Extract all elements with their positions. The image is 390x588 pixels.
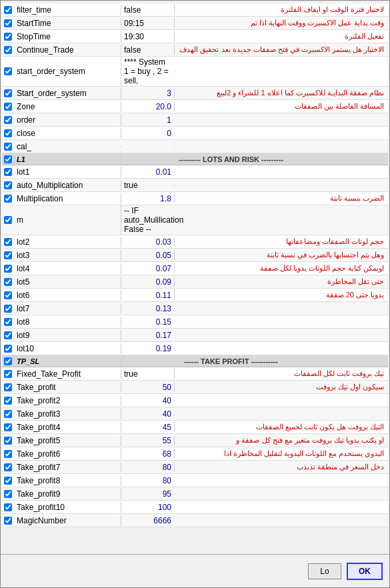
row-description: سيكون اول تيك بروفت	[174, 382, 388, 392]
row-name-label: Take_profit7	[14, 462, 121, 473]
row-value-field[interactable]: 40	[121, 409, 174, 419]
table-row: Take_profit240	[2, 394, 388, 407]
row-value-field[interactable]: 95	[121, 489, 174, 499]
row-checkbox[interactable]	[4, 251, 12, 259]
row-checkbox[interactable]	[4, 463, 12, 471]
row-description	[174, 321, 388, 323]
row-checkbox[interactable]	[4, 423, 12, 431]
row-checkbox[interactable]	[4, 129, 12, 137]
row-description: التيك بروفت هل يكون ثابت لجميع الصفقات	[174, 422, 388, 432]
row-checkbox[interactable]	[4, 6, 12, 14]
row-name-label: lot2	[14, 237, 121, 247]
row-checkbox[interactable]	[4, 490, 12, 498]
row-value-field[interactable]: 0.01	[121, 167, 174, 177]
row-checkbox[interactable]	[4, 517, 12, 525]
row-value-field[interactable]: -- IF auto_Mulilication False --	[121, 205, 174, 235]
row-checkbox[interactable]	[4, 33, 12, 41]
row-description	[174, 480, 388, 481]
row-checkbox[interactable]	[4, 265, 12, 273]
row-checkbox[interactable]	[4, 291, 12, 299]
row-checkbox[interactable]	[4, 437, 12, 445]
row-description	[174, 493, 388, 495]
row-checkbox[interactable]	[4, 410, 12, 418]
row-value-field[interactable]: true	[121, 369, 174, 379]
tp-section-checkbox[interactable]	[4, 357, 12, 365]
row-value-field[interactable]: 09:15	[121, 18, 174, 29]
row-checkbox[interactable]	[4, 103, 12, 111]
dialog-footer: Lo OK	[1, 554, 389, 587]
ok-button[interactable]: OK	[347, 563, 383, 580]
row-name-label: Take_profit10	[14, 502, 121, 513]
row-value-field[interactable]: 20.0	[121, 101, 174, 112]
row-checkbox[interactable]	[4, 143, 12, 151]
row-name-label: Take_profit8	[14, 475, 121, 486]
row-checkbox[interactable]	[4, 450, 12, 458]
row-value-field[interactable]: 0.17	[121, 330, 174, 341]
row-value-field[interactable]: 0.09	[121, 277, 174, 287]
row-value-field[interactable]: 0.11	[121, 290, 174, 301]
row-checkbox[interactable]	[4, 89, 12, 97]
row-name-label: lot8	[14, 317, 121, 327]
table-row: Fixed_Take_Profittrueتيك بروفت ثابت لكل …	[2, 367, 388, 381]
row-checkbox[interactable]	[4, 19, 12, 27]
row-description: الضرب بنسبة ثابتة	[174, 193, 388, 203]
row-value-field[interactable]: 40	[121, 395, 174, 406]
row-description: اليدوي يستخدم مع اللوتات اليدوية لتقليل …	[174, 449, 388, 459]
row-value-field[interactable]: 0.03	[121, 237, 174, 247]
row-checkbox[interactable]	[4, 116, 12, 124]
table-row: Continue_Tradefalseالاختيار هل يستمر الا…	[2, 43, 388, 57]
row-value-field[interactable]: 0	[121, 128, 174, 139]
row-value-field[interactable]	[121, 146, 174, 147]
row-checkbox[interactable]	[4, 168, 12, 176]
row-value-field[interactable]: 80	[121, 462, 174, 473]
row-value-field[interactable]: 1	[121, 115, 174, 125]
row-value-field[interactable]: 45	[121, 422, 174, 433]
row-checkbox[interactable]	[4, 331, 12, 339]
row-checkbox[interactable]	[4, 238, 12, 246]
row-value-field[interactable]: 100	[121, 502, 174, 513]
row-value-field[interactable]: 80	[121, 475, 174, 486]
row-value-field[interactable]: **** System 1 = buy , 2 = sell,	[121, 57, 174, 86]
row-value-field[interactable]: false	[121, 5, 174, 15]
row-value-field[interactable]: 55	[121, 435, 174, 446]
row-checkbox[interactable]	[4, 278, 12, 286]
row-description: لاختيار فترة الوقت او ايقاف الفلترة	[174, 5, 388, 15]
row-checkbox[interactable]	[4, 345, 12, 353]
row-checkbox[interactable]	[4, 383, 12, 391]
row-name-label: lot7	[14, 303, 121, 314]
table-row: StopTime19:30تفعيل الفلترة	[2, 30, 388, 43]
main-dialog: filter_timefalseلاختيار فترة الوقت او اي…	[0, 0, 390, 588]
table-row: lot100.19	[2, 342, 388, 355]
row-name-label: Multiplication	[14, 193, 121, 204]
row-checkbox[interactable]	[4, 181, 12, 189]
row-checkbox[interactable]	[4, 503, 12, 511]
row-value-field[interactable]: 0.07	[121, 263, 174, 274]
row-value-field[interactable]: true	[121, 180, 174, 191]
row-value-field[interactable]: false	[121, 45, 174, 55]
row-checkbox[interactable]	[4, 305, 12, 313]
table-row: Take_profit10100	[2, 501, 388, 514]
row-checkbox[interactable]	[4, 67, 12, 75]
row-name-label: lot5	[14, 277, 121, 287]
load-button[interactable]: Lo	[308, 563, 341, 579]
row-checkbox[interactable]	[4, 195, 12, 203]
row-value-field[interactable]: 0.05	[121, 250, 174, 261]
row-checkbox[interactable]	[4, 477, 12, 485]
row-checkbox[interactable]	[4, 370, 12, 378]
lots-section-checkbox[interactable]	[4, 155, 12, 163]
table-row: lot20.03حجم لوتات الصفقات ومضاعفاتها	[2, 235, 388, 249]
row-value-field[interactable]: 68	[121, 449, 174, 459]
row-checkbox[interactable]	[4, 397, 12, 405]
row-value-field[interactable]: 3	[121, 88, 174, 99]
row-value-field[interactable]: 6666	[121, 515, 174, 526]
row-value-field[interactable]: 0.15	[121, 317, 174, 327]
row-checkbox[interactable]	[4, 46, 12, 54]
row-value-field[interactable]: 19:30	[121, 31, 174, 42]
row-value-field[interactable]: 50	[121, 382, 174, 393]
row-value-field[interactable]: 1.8	[121, 193, 174, 204]
row-name-label: Take_profit5	[14, 435, 121, 446]
row-checkbox[interactable]	[4, 318, 12, 326]
row-value-field[interactable]: 0.19	[121, 343, 174, 354]
row-value-field[interactable]: 0.13	[121, 303, 174, 314]
row-checkbox[interactable]	[4, 216, 12, 224]
